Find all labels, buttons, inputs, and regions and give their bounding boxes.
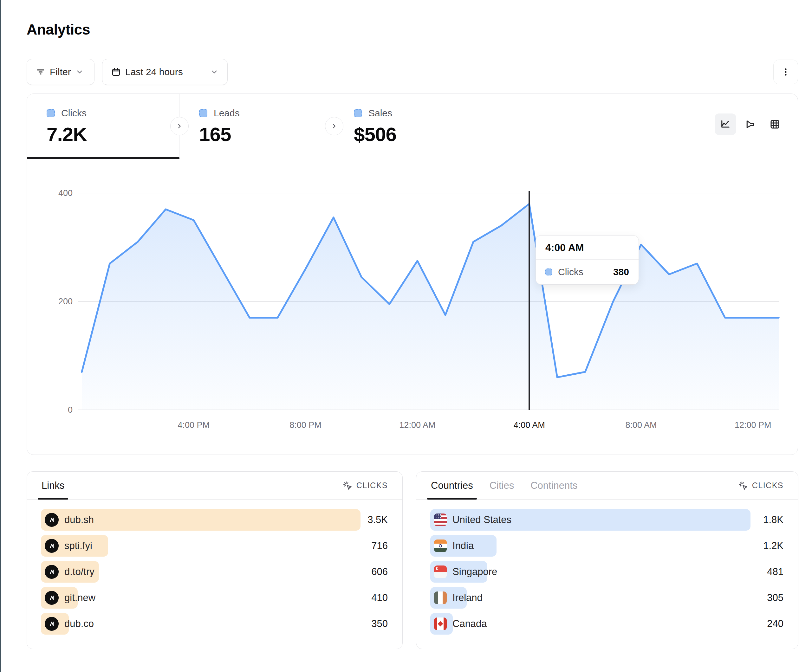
row-value: 410 [371,592,388,604]
row-label: Ireland [452,592,483,604]
x-axis-tick-label: 8:00 PM [271,420,341,430]
list-item[interactable]: dub.sh3.5K [41,509,388,530]
clicks-legend-swatch [47,109,55,117]
row-label: spti.fyi [64,540,92,551]
date-range-label: Last 24 hours [125,67,183,77]
y-axis-tick-label: 0 [27,405,73,414]
line-chart-icon [720,119,731,130]
links-panel-header: Links CLICKS [27,472,403,500]
stat-value: 7.2K [47,123,179,145]
row-label: git.new [64,592,96,604]
links-panel: Links CLICKS dub.sh3.5Kspti.fyi716d.to/t… [27,471,403,649]
countries-panel: Countries Cities Continents CLICKS Unite… [416,471,798,649]
tooltip-legend-swatch [545,268,552,275]
tooltip-time: 4:00 AM [536,235,638,259]
dub-logo-icon [45,513,59,527]
row-label: d.to/try [64,566,94,578]
expand-clicks-chevron-button[interactable] [170,117,189,135]
countries-panel-header: Countries Cities Continents CLICKS [416,472,798,500]
list-item[interactable]: dub.co350 [41,613,388,634]
list-item[interactable]: Singapore481 [430,561,784,583]
y-axis-tick-label: 400 [27,188,73,198]
links-metric-label: CLICKS [357,481,388,490]
bars-filter-icon [36,67,45,77]
x-axis-tick-label: 12:00 AM [382,420,452,430]
countries-list: United States1.8KIndia1.2KSingapore481Ir… [416,500,798,634]
line-chart-view-button[interactable] [715,113,736,135]
countries-metric-label: CLICKS [752,481,783,490]
dub-logo-icon [45,565,59,579]
row-label: India [452,540,474,551]
sales-legend-swatch [354,109,362,117]
chart-tooltip: 4:00 AM Clicks 380 [536,235,639,285]
stat-value: 165 [199,123,334,145]
chevron-right-icon [331,123,338,130]
funnel-chart-icon [744,119,756,130]
stat-label: Sales [368,108,392,119]
flag-us-icon [434,513,447,526]
x-axis-tick-label: 4:00 AM [494,420,564,430]
hover-ruler-line [529,191,530,410]
list-item[interactable]: India1.2K [430,535,784,557]
table-grid-icon [769,119,781,130]
row-label: United States [452,514,512,525]
more-options-button[interactable] [773,60,798,84]
analytics-card: Clicks 7.2K Leads 165 Sales $506 [27,94,798,455]
tab-continents[interactable]: Continents [531,472,577,499]
stats-row: Clicks 7.2K Leads 165 Sales $506 [27,94,798,159]
list-item[interactable]: Canada240 [430,613,784,634]
x-axis-tick-label: 4:00 PM [159,420,229,430]
list-item[interactable]: Ireland305 [430,587,784,609]
stat-label: Clicks [61,108,87,119]
date-range-button[interactable]: Last 24 hours [102,59,228,85]
dub-logo-icon [45,591,59,605]
x-axis-tick-label: 8:00 AM [606,420,676,430]
tab-countries[interactable]: Countries [431,472,473,499]
filter-button-label: Filter [50,67,71,77]
countries-metric-selector[interactable]: CLICKS [738,481,783,491]
links-metric-selector[interactable]: CLICKS [343,481,388,491]
funnel-chart-view-button[interactable] [739,113,761,135]
links-list: dub.sh3.5Kspti.fyi716d.to/try606git.new4… [27,500,403,634]
row-value: 606 [371,566,388,578]
dub-logo-icon [45,539,59,553]
cursor-click-icon [343,481,353,491]
stat-card-leads[interactable]: Leads 165 [179,94,334,159]
row-label: dub.co [64,618,94,629]
flag-ca-icon [434,617,447,630]
filter-button[interactable]: Filter [27,59,94,85]
kebab-menu-icon [781,67,790,77]
x-axis-tick-label: 12:00 PM [718,420,788,430]
clicks-timeseries-chart[interactable]: 0200400 4:00 PM8:00 PM12:00 AM4:00 AM8:0… [27,159,798,455]
tab-links[interactable]: Links [41,472,64,499]
row-value: 1.8K [763,514,784,525]
row-value: 716 [371,540,388,551]
window-edge-strip [0,0,1,672]
dub-logo-icon [45,617,59,631]
row-value: 3.5K [367,514,388,525]
calendar-icon [111,67,121,77]
stat-label: Leads [214,108,240,119]
list-item[interactable]: d.to/try606 [41,561,388,583]
row-value: 481 [767,566,784,578]
row-label: dub.sh [64,514,94,525]
row-label: Canada [452,618,487,629]
chevron-down-icon [210,68,218,76]
flag-sg-icon [434,566,447,578]
stat-card-clicks[interactable]: Clicks 7.2K [27,94,179,159]
flag-ie-icon [434,592,447,604]
leads-legend-swatch [199,109,207,117]
page-title: Analytics [27,21,90,38]
list-item[interactable]: United States1.8K [430,509,784,530]
table-view-button[interactable] [764,113,786,135]
cursor-click-icon [738,481,748,491]
row-value: 305 [767,592,784,604]
list-item[interactable]: spti.fyi716 [41,535,388,557]
area-chart-canvas[interactable] [27,159,798,455]
list-item[interactable]: git.new410 [41,587,388,609]
expand-leads-chevron-button[interactable] [325,117,343,135]
tab-cities[interactable]: Cities [490,472,514,499]
y-axis-tick-label: 200 [27,297,73,306]
chart-view-toggles [715,113,786,135]
chevron-down-icon [75,68,84,76]
